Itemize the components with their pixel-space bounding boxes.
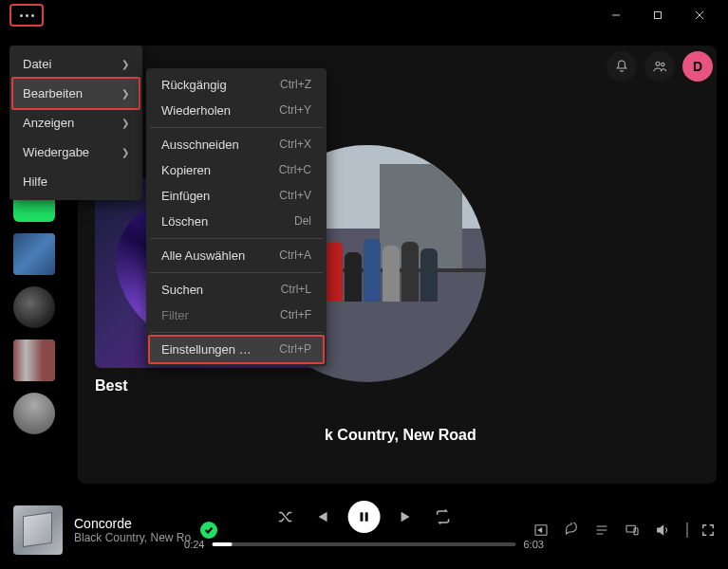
app-menu-button[interactable] (9, 4, 44, 27)
menu-separator (150, 127, 323, 128)
chevron-right-icon: ❯ (121, 59, 129, 69)
menu-item-view[interactable]: Anzeigen ❯ (13, 108, 139, 138)
submenu-undo[interactable]: Rückgängig Ctrl+Z (150, 72, 323, 98)
svg-point-2 (662, 63, 664, 65)
right-controls (532, 522, 715, 539)
menu-item-label: Bearbeiten (23, 86, 83, 101)
submenu-preferences[interactable]: Einstellungen … Ctrl+P (148, 335, 325, 364)
submenu-label: Wiederholen (161, 103, 231, 118)
artist-name: k Country, New Road (325, 427, 476, 444)
menu-item-file[interactable]: Datei ❯ (13, 49, 139, 79)
submenu-shortcut: Ctrl+P (279, 342, 311, 357)
svg-rect-0 (655, 12, 662, 19)
submenu-label: Suchen (161, 283, 203, 297)
player-bar: Concorde Black Country, New Ro 0:24 6:03 (0, 491, 728, 569)
submenu-shortcut: Ctrl+Z (280, 78, 311, 92)
now-playing-meta: Concorde Black Country, New Ro (74, 516, 191, 544)
submenu-cut[interactable]: Ausschneiden Ctrl+X (150, 132, 323, 157)
submenu-shortcut: Ctrl+L (281, 283, 311, 297)
submenu-label: Rückgängig (161, 78, 227, 92)
playlist-thumb[interactable] (13, 286, 55, 328)
submenu-shortcut: Ctrl+Y (279, 103, 311, 118)
submenu-copy[interactable]: Kopieren Ctrl+C (150, 157, 323, 183)
next-button[interactable] (398, 507, 417, 526)
submenu-shortcut: Del (294, 214, 311, 229)
playlist-thumb[interactable] (13, 393, 55, 434)
menu-item-label: Wiedergabe (23, 145, 89, 159)
progress-bar[interactable] (213, 542, 516, 546)
menu-separator (150, 238, 323, 239)
submenu-filter[interactable]: Filter Ctrl+F (150, 303, 323, 328)
playback-controls: 0:24 6:03 (184, 501, 544, 550)
svg-rect-7 (634, 528, 638, 535)
playlist-thumb[interactable] (13, 233, 55, 275)
submenu-delete[interactable]: Löschen Del (150, 209, 323, 234)
window-minimize-button[interactable] (595, 2, 637, 28)
repeat-button[interactable] (434, 507, 453, 526)
now-playing-artist[interactable]: Black Country, New Ro (74, 531, 191, 544)
svg-point-1 (656, 62, 660, 65)
lyrics-button[interactable] (563, 522, 580, 539)
user-avatar[interactable]: D (682, 51, 713, 82)
submenu-shortcut: Ctrl+A (279, 248, 311, 263)
menu-item-label: Hilfe (23, 174, 47, 189)
menu-item-label: Datei (23, 57, 51, 71)
chevron-right-icon: ❯ (121, 147, 129, 157)
volume-button[interactable] (654, 522, 671, 539)
submenu-label: Kopieren (161, 163, 211, 177)
topbar: D (607, 51, 713, 82)
submenu-shortcut: Ctrl+X (279, 138, 311, 152)
previous-button[interactable] (312, 507, 331, 526)
submenu-paste[interactable]: Einfügen Ctrl+V (150, 183, 323, 209)
submenu-shortcut: Ctrl+V (279, 189, 311, 203)
submenu-search[interactable]: Suchen Ctrl+L (150, 277, 323, 303)
window-close-button[interactable] (679, 2, 720, 28)
queue-button[interactable] (593, 522, 610, 539)
svg-rect-4 (365, 512, 368, 521)
shuffle-button[interactable] (276, 507, 295, 526)
submenu-select-all[interactable]: Alle Auswählen Ctrl+A (150, 243, 323, 268)
progress-row: 0:24 6:03 (184, 539, 544, 550)
submenu-shortcut: Ctrl+F (280, 308, 311, 322)
sidebar (11, 180, 57, 434)
svg-rect-3 (360, 512, 363, 521)
now-playing-title[interactable]: Concorde (74, 516, 191, 531)
menu-item-label: Anzeigen (23, 116, 74, 130)
friends-button[interactable] (644, 51, 675, 82)
chevron-right-icon: ❯ (121, 88, 129, 99)
main-menu: Datei ❯ Bearbeiten ❯ Anzeigen ❯ Wiederga… (9, 46, 142, 200)
menu-separator (150, 272, 323, 273)
notifications-button[interactable] (607, 51, 637, 82)
submenu-label: Ausschneiden (161, 138, 239, 152)
devices-button[interactable] (624, 522, 641, 539)
volume-indicator (686, 523, 688, 538)
playlist-thumb[interactable] (13, 340, 55, 381)
submenu-label: Alle Auswählen (161, 248, 245, 263)
submenu-label: Einfügen (161, 189, 210, 203)
submenu-label: Löschen (161, 214, 208, 229)
submenu-shortcut: Ctrl+C (279, 163, 311, 177)
submenu-label: Einstellungen … (161, 342, 252, 357)
menu-separator (150, 332, 323, 333)
elapsed-time: 0:24 (184, 539, 204, 550)
now-playing-cover[interactable] (13, 505, 63, 555)
menu-item-help[interactable]: Hilfe (13, 167, 139, 196)
fullscreen-button[interactable] (701, 523, 715, 537)
menu-item-edit[interactable]: Bearbeiten ❯ (11, 77, 140, 110)
window-maximize-button[interactable] (637, 2, 679, 28)
total-time: 6:03 (524, 539, 544, 550)
menu-item-playback[interactable]: Wiedergabe ❯ (13, 138, 139, 167)
titlebar (0, 0, 728, 30)
chevron-right-icon: ❯ (121, 118, 129, 128)
playlist-title: Best (95, 377, 342, 395)
submenu-label: Filter (161, 308, 189, 322)
play-pause-button[interactable] (348, 501, 381, 533)
submenu-redo[interactable]: Wiederholen Ctrl+Y (150, 98, 323, 123)
edit-submenu: Rückgängig Ctrl+Z Wiederholen Ctrl+Y Aus… (146, 68, 327, 366)
